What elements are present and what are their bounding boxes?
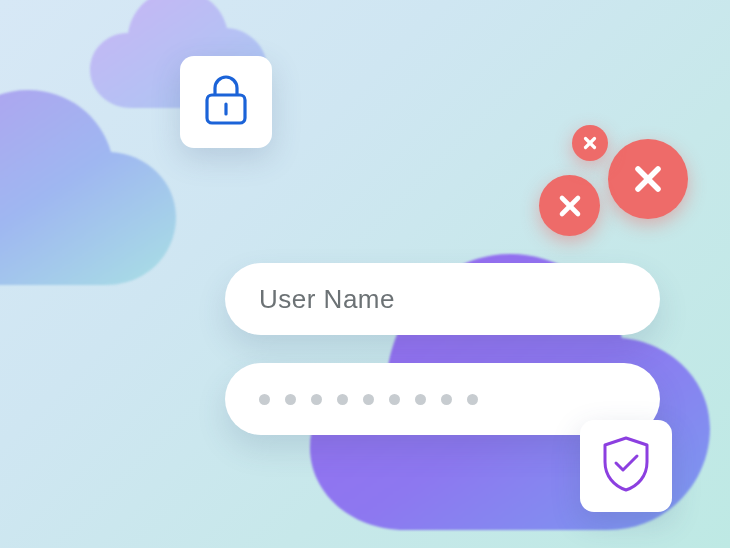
password-dot (389, 394, 400, 405)
error-badge (572, 125, 608, 161)
x-icon (630, 161, 666, 197)
password-dot (285, 394, 296, 405)
x-icon (582, 135, 598, 151)
username-field-wrapper (225, 263, 660, 335)
password-dot (415, 394, 426, 405)
shield-check-icon (599, 434, 653, 498)
shield-tile (580, 420, 672, 512)
lock-icon (203, 73, 249, 131)
password-dot (311, 394, 322, 405)
password-dot (467, 394, 478, 405)
error-badge (608, 139, 688, 219)
password-dot (337, 394, 348, 405)
username-input[interactable] (259, 284, 626, 315)
password-dot (441, 394, 452, 405)
x-icon (556, 192, 584, 220)
password-dot (259, 394, 270, 405)
error-badge (539, 175, 600, 236)
password-mask (259, 394, 478, 405)
password-dot (363, 394, 374, 405)
lock-tile (180, 56, 272, 148)
